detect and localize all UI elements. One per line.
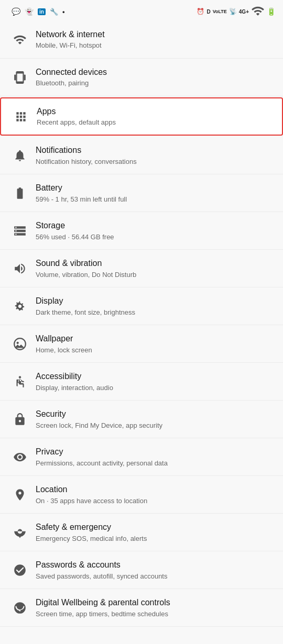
item-text-apps: Apps Recent apps, default apps [32, 106, 274, 127]
item-text-connected-devices: Connected devices Bluetooth, pairing [31, 66, 275, 88]
status-left: 💬 👻 in 🔧 • [7, 7, 64, 16]
item-subtitle-passwords: Saved passwords, autofill, synced accoun… [36, 572, 275, 581]
tools-icon: 🔧 [50, 8, 58, 16]
4g-icon: 4G+ [239, 9, 249, 15]
item-title-storage: Storage [36, 220, 275, 231]
sound-icon [8, 262, 31, 275]
item-text-wellbeing: Digital Wellbeing & parental controls Sc… [31, 597, 275, 618]
settings-item-connected-devices[interactable]: Connected devices Bluetooth, pairing [0, 59, 283, 96]
item-subtitle-location: On · 35 apps have access to location [36, 497, 275, 506]
item-title-wallpaper: Wallpaper [36, 333, 275, 345]
devices-icon [8, 71, 31, 84]
item-text-safety: Safety & emergency Emergency SOS, medica… [31, 521, 275, 543]
settings-item-display[interactable]: Display Dark theme, font size, brightnes… [0, 287, 283, 325]
display-icon [8, 299, 31, 313]
wifi-icon [8, 33, 31, 47]
settings-item-wallpaper[interactable]: Wallpaper Home, lock screen [0, 325, 283, 363]
item-subtitle-apps: Recent apps, default apps [37, 118, 274, 127]
item-title-location: Location [36, 484, 275, 495]
item-title-sound: Sound & vibration [36, 258, 275, 269]
settings-item-network[interactable]: Network & internet Mobile, Wi-Fi, hotspo… [0, 21, 283, 59]
storage-icon [8, 224, 31, 238]
item-subtitle-display: Dark theme, font size, brightness [36, 308, 275, 317]
item-text-location: Location On · 35 apps have access to loc… [31, 484, 275, 505]
wallpaper-icon [8, 337, 31, 351]
item-title-network: Network & internet [36, 29, 275, 40]
item-text-battery: Battery 59% - 1 hr, 53 min left until fu… [31, 182, 275, 204]
item-text-display: Display Dark theme, font size, brightnes… [31, 295, 275, 317]
item-title-wellbeing: Digital Wellbeing & parental controls [36, 597, 275, 608]
battery-icon [8, 186, 31, 200]
item-subtitle-storage: 56% used · 56.44 GB free [36, 233, 275, 242]
safety-icon: + [8, 526, 31, 539]
svg-rect-1 [24, 74, 26, 80]
item-text-storage: Storage 56% used · 56.44 GB free [31, 220, 275, 241]
settings-item-battery[interactable]: Battery 59% - 1 hr, 53 min left until fu… [0, 174, 283, 212]
settings-item-storage[interactable]: Storage 56% used · 56.44 GB free [0, 212, 283, 250]
wellbeing-icon [8, 601, 31, 615]
whatsapp-icon: 💬 [12, 7, 20, 16]
item-subtitle-security: Screen lock, Find My Device, app securit… [36, 421, 275, 430]
item-subtitle-wallpaper: Home, lock screen [36, 346, 275, 355]
item-title-passwords: Passwords & accounts [36, 559, 275, 571]
item-text-passwords: Passwords & accounts Saved passwords, au… [31, 559, 275, 581]
apps-icon [9, 110, 32, 124]
status-bar: 💬 👻 in 🔧 • ⏰ D VoLTE 📡 4G+ 🔋 [0, 0, 283, 21]
settings-item-wellbeing[interactable]: Digital Wellbeing & parental controls Sc… [0, 589, 283, 627]
privacy-icon [8, 450, 31, 464]
item-subtitle-safety: Emergency SOS, medical info, alerts [36, 535, 275, 543]
item-subtitle-battery: 59% - 1 hr, 53 min left until full [36, 195, 275, 204]
item-subtitle-wellbeing: Screen time, app timers, bedtime schedul… [36, 610, 275, 619]
item-text-sound: Sound & vibration Volume, vibration, Do … [31, 258, 275, 279]
settings-item-privacy[interactable]: Privacy Permissions, account activity, p… [0, 438, 283, 476]
item-subtitle-connected-devices: Bluetooth, pairing [36, 79, 275, 88]
item-title-safety: Safety & emergency [36, 521, 275, 533]
settings-item-safety[interactable]: + Safety & emergency Emergency SOS, medi… [0, 514, 283, 551]
item-title-notifications: Notifications [36, 145, 275, 156]
snapchat-icon: 👻 [25, 7, 34, 16]
settings-item-sound[interactable]: Sound & vibration Volume, vibration, Do … [0, 250, 283, 287]
svg-rect-0 [14, 74, 16, 80]
dolby-icon: D [206, 9, 210, 15]
cast-icon: 📡 [229, 8, 237, 15]
item-subtitle-privacy: Permissions, account activity, personal … [36, 459, 275, 468]
item-subtitle-accessibility: Display, interaction, audio [36, 384, 275, 393]
settings-item-passwords[interactable]: Passwords & accounts Saved passwords, au… [0, 551, 283, 589]
item-text-notifications: Notifications Notification history, conv… [31, 145, 275, 166]
item-text-privacy: Privacy Permissions, account activity, p… [31, 446, 275, 468]
settings-item-location[interactable]: Location On · 35 apps have access to loc… [0, 476, 283, 514]
settings-item-accessibility[interactable]: Accessibility Display, interaction, audi… [0, 363, 283, 401]
dot-icon: • [62, 8, 65, 16]
settings-item-notifications[interactable]: Notifications Notification history, conv… [0, 137, 283, 174]
item-title-privacy: Privacy [36, 446, 275, 458]
security-icon [8, 413, 31, 426]
passwords-icon [8, 563, 31, 577]
item-title-display: Display [36, 295, 275, 307]
item-subtitle-sound: Volume, vibration, Do Not Disturb [36, 271, 275, 280]
location-icon [8, 488, 31, 502]
item-title-apps: Apps [37, 106, 274, 117]
item-text-accessibility: Accessibility Display, interaction, audi… [31, 371, 275, 392]
bell-icon [8, 149, 31, 162]
item-text-network: Network & internet Mobile, Wi-Fi, hotspo… [31, 29, 275, 50]
settings-list: Network & internet Mobile, Wi-Fi, hotspo… [0, 21, 283, 627]
svg-point-4 [19, 376, 21, 378]
item-title-battery: Battery [36, 182, 275, 194]
item-title-accessibility: Accessibility [36, 371, 275, 382]
item-text-security: Security Screen lock, Find My Device, ap… [31, 408, 275, 430]
item-title-connected-devices: Connected devices [36, 66, 275, 78]
settings-item-security[interactable]: Security Screen lock, Find My Device, ap… [0, 401, 283, 438]
battery-status-icon: 🔋 [267, 7, 276, 16]
alarm-icon: ⏰ [197, 8, 204, 15]
item-subtitle-notifications: Notification history, conversations [36, 158, 275, 166]
signal-icon [251, 4, 265, 19]
item-title-security: Security [36, 408, 275, 420]
svg-text:+: + [18, 529, 20, 535]
linkedin-icon: in [38, 8, 46, 15]
svg-point-3 [17, 341, 19, 343]
item-subtitle-network: Mobile, Wi-Fi, hotspot [36, 41, 275, 50]
item-text-wallpaper: Wallpaper Home, lock screen [31, 333, 275, 354]
volte-icon: VoLTE [213, 9, 227, 14]
settings-item-apps[interactable]: Apps Recent apps, default apps [0, 97, 283, 136]
status-right: ⏰ D VoLTE 📡 4G+ 🔋 [197, 4, 276, 19]
